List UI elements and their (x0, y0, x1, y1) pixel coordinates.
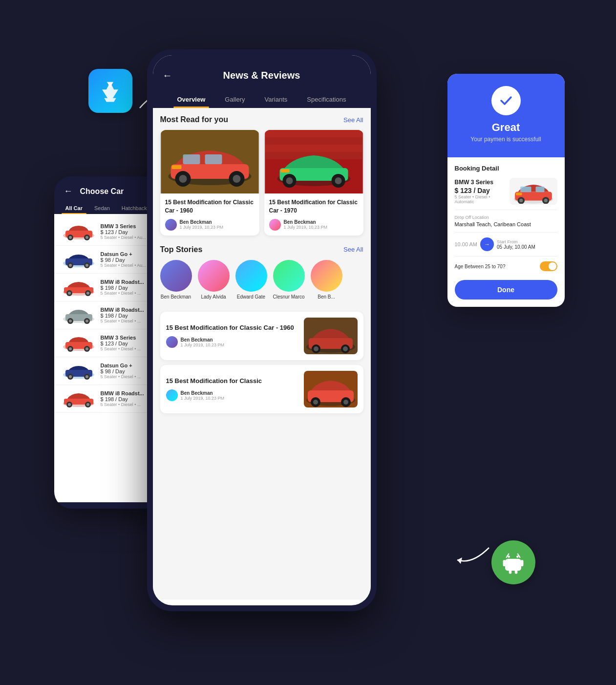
svg-point-97 (519, 198, 523, 202)
author-avatar (269, 219, 281, 231)
news-card[interactable]: 15 Best Modification for Classic Car - 1… (264, 130, 363, 235)
done-button[interactable]: Done (455, 280, 557, 300)
svg-rect-63 (171, 165, 181, 169)
svg-point-22 (85, 264, 88, 267)
svg-rect-67 (265, 130, 362, 137)
great-text: Great (457, 121, 555, 134)
author-info: Ben Beckman 1 July 2019, 10.23 PM (181, 390, 225, 401)
svg-rect-68 (265, 137, 362, 145)
top-stories-title: Top Stories (160, 245, 203, 254)
check-circle (491, 86, 521, 115)
appstore-icon (88, 69, 132, 113)
tab-specifications[interactable]: Specifications (303, 91, 350, 108)
story-avatar (235, 260, 267, 292)
author-info: Ben Beckman 1 July 2019, 10.23 PM (181, 337, 225, 347)
most-read-header: Most Read for you See All (160, 115, 363, 124)
car-thumbnail (62, 250, 96, 269)
story-item[interactable]: Ben Beckman (160, 260, 192, 300)
top-stories-header: Top Stories See All (160, 245, 363, 254)
payment-success-text: Your paymen is successfull (457, 136, 555, 143)
most-read-see-all[interactable]: See All (343, 116, 363, 124)
svg-rect-95 (535, 186, 544, 192)
left-back-button[interactable]: ← (64, 186, 73, 196)
main-phone-title: News & Reviews (223, 70, 300, 81)
car-thumbnail (62, 389, 96, 408)
svg-point-28 (86, 292, 89, 295)
svg-point-34 (85, 320, 88, 322)
time-end-info: Start From 05 July, 10.00 AM (497, 239, 535, 250)
story-item[interactable]: Edward Gate (235, 260, 267, 300)
svg-rect-3 (505, 558, 521, 570)
svg-point-82 (314, 346, 319, 351)
story-name: Ben B... (318, 294, 335, 300)
svg-rect-100 (516, 193, 522, 195)
author-date: 1 July 2019, 10.23 PM (180, 225, 224, 230)
bottom-news-card[interactable]: 15 Best Modification for Classic Car - 1… (160, 312, 363, 360)
top-stories-section: Top Stories See All Ben Beckman Lady Alv… (160, 245, 363, 302)
story-avatar (273, 260, 305, 292)
tab-overview[interactable]: Overview (173, 91, 210, 108)
right-card-body: Booking Detail BMW 3 Series $ 123 / Day … (447, 157, 565, 307)
svg-marker-10 (457, 557, 462, 564)
author-info: Ben Beckman 1 July 2019, 10.23 PM (284, 219, 328, 230)
tab-variants[interactable]: Variants (261, 91, 292, 108)
divider (455, 232, 557, 233)
author-date: 1 July 2019, 10.23 PM (181, 396, 225, 401)
bottom-article-title: 15 Best Modification for Classic Car - 1… (166, 323, 299, 332)
main-nav-tabs: Overview Gallery Variants Specifications (163, 91, 361, 108)
news-grid: 15 Best Modification for Classic Car - 1… (160, 130, 363, 235)
svg-point-50 (68, 403, 71, 406)
svg-point-52 (86, 403, 89, 406)
svg-point-26 (68, 292, 71, 295)
main-phone: ← News & Reviews Overview Gallery Varian… (147, 49, 377, 611)
story-name: Lady Alvida (201, 294, 226, 300)
time-from: 10.00 AM (455, 241, 477, 247)
tab-all-car[interactable]: All Car (62, 202, 86, 214)
svg-point-46 (85, 375, 88, 378)
story-name: Edward Gate (237, 294, 265, 300)
svg-point-84 (343, 346, 348, 351)
divider (455, 210, 557, 210)
booking-car-info: BMW 3 Series $ 123 / Day 5 Seater • Dies… (455, 179, 510, 204)
top-stories-see-all[interactable]: See All (343, 246, 363, 253)
news-card[interactable]: 15 Best Modification for Classic Car - 1… (160, 130, 259, 235)
car-thumbnail (62, 333, 96, 353)
article-title: 15 Best Modification for Classic Car - 1… (269, 198, 359, 215)
start-from-value: 05 July, 10.00 AM (497, 244, 535, 250)
svg-point-62 (233, 175, 240, 183)
bottom-article-title: 15 Best Modification for Classic (166, 377, 299, 385)
svg-point-38 (69, 347, 72, 350)
car-thumbnail (62, 361, 96, 381)
arrow-bottom (455, 540, 494, 570)
svg-point-1 (508, 556, 510, 557)
tab-sedan[interactable]: Sedan (90, 202, 114, 214)
bottom-news-info: 15 Best Modification for Classic Car - 1… (166, 323, 299, 348)
svg-rect-5 (521, 560, 524, 566)
svg-point-40 (85, 347, 88, 350)
tab-gallery[interactable]: Gallery (221, 91, 249, 108)
article-image (264, 130, 363, 193)
tab-hatchback[interactable]: Hatchback (118, 202, 151, 214)
author-row: Ben Beckman 1 July 2019, 10.23 PM (166, 336, 299, 348)
story-item[interactable]: Clesnur Marco (273, 260, 305, 300)
age-toggle[interactable] (540, 261, 557, 271)
svg-rect-57 (183, 154, 200, 164)
start-from-label: Start From (497, 239, 535, 244)
svg-rect-58 (205, 154, 222, 164)
svg-point-99 (544, 198, 547, 202)
main-back-button[interactable]: ← (163, 70, 172, 81)
booking-detail-title: Booking Detail (455, 165, 557, 172)
author-avatar (165, 219, 177, 231)
time-row: 10.00 AM → Start From 05 July, 10.00 AM (455, 237, 557, 251)
author-name: Ben Beckman (181, 337, 225, 342)
author-avatar (166, 336, 178, 348)
author-name: Ben Beckman (181, 390, 225, 396)
bottom-news-card[interactable]: 15 Best Modification for Classic Ben Bec… (160, 365, 363, 413)
news-card-body: 15 Best Modification for Classic Car - 1… (264, 193, 363, 235)
booking-car-image (510, 178, 557, 205)
story-item[interactable]: Ben B... (311, 260, 342, 300)
story-item[interactable]: Lady Alvida (198, 260, 230, 300)
svg-point-32 (69, 320, 72, 322)
booking-car-row: BMW 3 Series $ 123 / Day 5 Seater • Dies… (455, 178, 557, 205)
main-content: Most Read for you See All (153, 108, 371, 599)
